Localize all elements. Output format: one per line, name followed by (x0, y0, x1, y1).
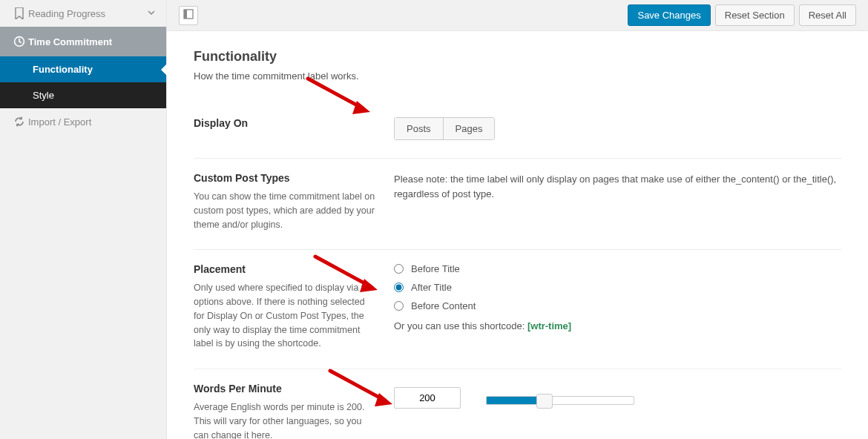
shortcode-text: Or you can use this shortcode: (394, 320, 525, 331)
section-title: Functionality (194, 49, 841, 65)
placement-shortcode-hint: Or you can use this shortcode: [wtr-time… (394, 320, 841, 331)
display-on-toggle: Posts Pages (394, 117, 495, 140)
field-display-on: Display On Posts Pages (194, 104, 841, 159)
display-on-posts-button[interactable]: Posts (395, 118, 443, 139)
clock-icon (10, 36, 28, 47)
slider-track (486, 396, 634, 405)
wpm-input[interactable] (394, 387, 461, 409)
button-label: Save Changes (637, 10, 700, 21)
field-label: Placement (194, 263, 376, 275)
bookmark-icon (10, 7, 28, 19)
placement-option-before-content[interactable]: Before Content (394, 300, 841, 311)
radio-input[interactable] (394, 301, 404, 311)
field-desc: Only used where specified to display via… (194, 281, 376, 351)
field-note: Please note: the time label will only di… (394, 172, 841, 201)
display-on-pages-button[interactable]: Pages (443, 118, 495, 139)
field-custom-post-types: Custom Post Types You can show the time … (194, 159, 841, 250)
section-desc: How the time commitment label works. (194, 70, 841, 82)
field-placement: Placement Only used where specified to d… (194, 250, 841, 369)
settings-sidebar: Reading Progress Time Commitment Functio… (0, 0, 167, 439)
chevron-down-icon (147, 8, 156, 19)
placement-option-before-title[interactable]: Before Title (394, 263, 841, 274)
panel-icon (183, 9, 194, 22)
radio-input[interactable] (394, 264, 404, 274)
sidebar-item-reading-progress[interactable]: Reading Progress (0, 0, 166, 27)
sidebar-item-time-commitment[interactable]: Time Commitment (0, 27, 166, 56)
svg-rect-2 (184, 10, 187, 19)
field-label: Words Per Minute (194, 383, 376, 395)
radio-input[interactable] (394, 283, 404, 292)
field-desc: You can show the time commitment label o… (194, 190, 376, 231)
slider-fill (487, 397, 542, 404)
field-label: Custom Post Types (194, 172, 376, 184)
sidebar-item-import-export[interactable]: Import / Export (0, 108, 166, 135)
field-label: Display On (194, 117, 376, 129)
field-words-per-minute: Words Per Minute Average English words p… (194, 369, 841, 439)
slider-thumb[interactable] (536, 394, 553, 409)
placement-option-after-title[interactable]: After Title (394, 282, 841, 293)
sidebar-sub-functionality[interactable]: Functionality (0, 56, 166, 82)
field-desc: Average English words per minute is 200.… (194, 400, 376, 439)
shortcode-value: [wtr-time] (527, 320, 571, 331)
refresh-icon (10, 116, 28, 128)
option-label: Posts (407, 123, 431, 134)
button-label: Reset Section (725, 10, 785, 21)
reset-all-button[interactable]: Reset All (799, 4, 856, 26)
top-bar: Save Changes Reset Section Reset All (167, 0, 868, 31)
expand-panel-button[interactable] (179, 6, 198, 25)
sidebar-sub-style[interactable]: Style (0, 82, 166, 108)
sidebar-label: Reading Progress (28, 8, 147, 19)
wpm-slider[interactable] (486, 396, 634, 405)
option-label: Pages (456, 123, 483, 134)
option-label: Before Content (411, 300, 476, 311)
reset-section-button[interactable]: Reset Section (715, 4, 795, 26)
content-area: Save Changes Reset Section Reset All Fun… (167, 0, 868, 439)
option-label: After Title (411, 282, 452, 293)
button-label: Reset All (809, 10, 846, 21)
option-label: Before Title (411, 263, 460, 274)
save-changes-button[interactable]: Save Changes (628, 4, 710, 26)
sidebar-sub-label: Functionality (33, 64, 93, 75)
sidebar-label: Import / Export (28, 116, 156, 128)
sidebar-sub-label: Style (33, 90, 54, 101)
sidebar-label: Time Commitment (28, 36, 112, 47)
main-panel: Functionality How the time commitment la… (167, 31, 868, 439)
